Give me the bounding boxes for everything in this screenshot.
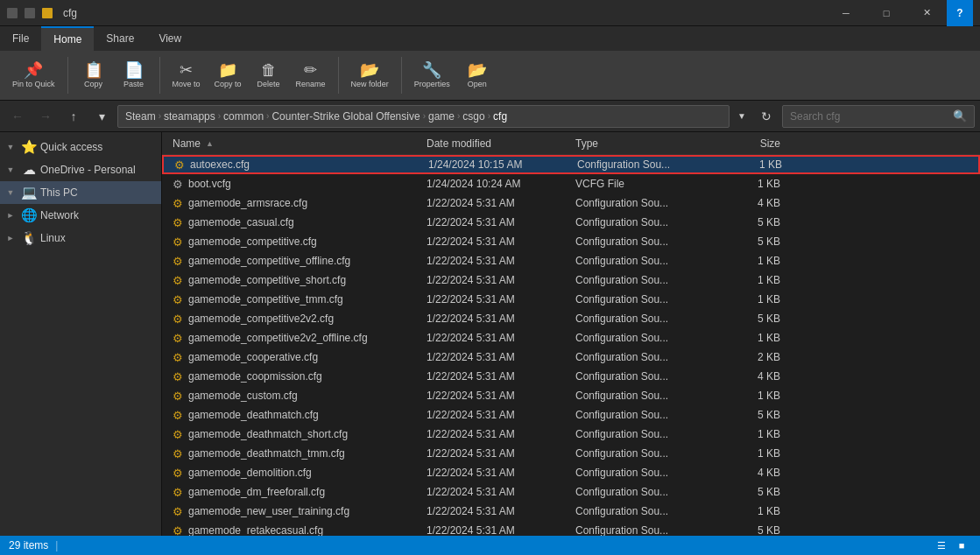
- path-arrow-4: ›: [423, 111, 426, 121]
- status-separator: |: [55, 539, 58, 551]
- file-row[interactable]: ⚙ gamemode_custom.cfg 1/22/2024 5:31 AM …: [162, 386, 980, 405]
- file-row[interactable]: ⚙ gamemode_dm_freeforall.cfg 1/22/2024 5…: [162, 482, 980, 502]
- move-icon: ✂: [180, 62, 193, 78]
- ribbon-separator-4: [401, 57, 402, 94]
- file-row[interactable]: ⚙ gamemode_casual.cfg 1/22/2024 5:31 AM …: [162, 213, 980, 232]
- file-cell-date: 1/22/2024 5:31 AM: [419, 274, 568, 286]
- file-row[interactable]: ⚙ boot.vcfg 1/24/2024 10:24 AM VCFG File…: [162, 174, 980, 193]
- minimize-button[interactable]: ─: [826, 0, 866, 26]
- file-row[interactable]: ⚙ gamemode_deathmatch.cfg 1/22/2024 5:31…: [162, 405, 980, 425]
- file-row[interactable]: ⚙ gamemode_competitive.cfg 1/22/2024 5:3…: [162, 232, 980, 251]
- file-cell-date: 1/22/2024 5:31 AM: [419, 524, 568, 536]
- file-row[interactable]: ⚙ gamemode_competitive2v2.cfg 1/22/2024 …: [162, 309, 980, 328]
- file-cell-name: ⚙ gamemode_competitive2v2_offline.cfg: [166, 332, 419, 345]
- file-name: gamemode_dm_freeforall.cfg: [188, 486, 325, 498]
- file-cell-name: ⚙ gamemode_custom.cfg: [166, 390, 419, 403]
- file-type-icon: ⚙: [173, 255, 183, 268]
- file-type-icon: ⚙: [173, 332, 183, 345]
- path-dropdown-button[interactable]: ▼: [733, 105, 751, 128]
- file-cell-date: 1/22/2024 5:31 AM: [419, 447, 568, 460]
- file-type-icon: ⚙: [173, 178, 183, 191]
- file-row[interactable]: ⚙ gamemode_competitive_tmm.cfg 1/22/2024…: [162, 290, 980, 309]
- recent-locations-button[interactable]: ▾: [89, 104, 114, 129]
- column-date-modified[interactable]: Date modified: [419, 137, 568, 150]
- details-view-button[interactable]: ☰: [932, 536, 951, 555]
- new-folder-btn[interactable]: 📂 New folder: [346, 59, 394, 92]
- file-cell-size: 1 KB: [717, 293, 787, 306]
- file-row[interactable]: ⚙ gamemode_new_user_training.cfg 1/22/20…: [162, 502, 980, 521]
- file-row[interactable]: ⚙ gamemode_demolition.cfg 1/22/2024 5:31…: [162, 463, 980, 482]
- file-name: gamemode_retakecasual.cfg: [188, 524, 323, 536]
- file-cell-size: 4 KB: [717, 370, 787, 383]
- rename-btn[interactable]: ✏ Rename: [291, 59, 331, 92]
- quick-access-label: Quick access: [40, 141, 158, 153]
- column-type[interactable]: Type: [568, 137, 717, 150]
- file-row[interactable]: ⚙ gamemode_deathmatch_tmm.cfg 1/22/2024 …: [162, 444, 980, 463]
- path-arrow-2: ›: [218, 111, 221, 121]
- file-cell-type: Configuration Sou...: [568, 216, 717, 228]
- file-name: gamemode_deathmatch_tmm.cfg: [188, 447, 345, 460]
- file-name: gamemode_competitive.cfg: [188, 235, 317, 248]
- path-csgo-game: Counter-Strike Global Offensive: [271, 110, 419, 123]
- tab-home[interactable]: Home: [41, 26, 94, 51]
- maximize-button[interactable]: □: [866, 0, 906, 26]
- help-button[interactable]: ?: [947, 0, 973, 26]
- file-row[interactable]: ⚙ gamemode_cooperative.cfg 1/22/2024 5:3…: [162, 348, 980, 367]
- tab-view[interactable]: View: [146, 26, 194, 51]
- sidebar-item-network[interactable]: ► 🌐 Network: [0, 204, 161, 227]
- file-row[interactable]: ⚙ gamemode_competitive_short.cfg 1/22/20…: [162, 270, 980, 290]
- search-input[interactable]: [790, 110, 953, 123]
- file-cell-size: 5 KB: [717, 216, 787, 228]
- forward-button[interactable]: →: [33, 104, 58, 129]
- file-cell-name: ⚙ gamemode_cooperative.cfg: [166, 351, 419, 364]
- file-row[interactable]: ⚙ gamemode_competitive_offline.cfg 1/22/…: [162, 251, 980, 270]
- refresh-button[interactable]: ↻: [754, 104, 779, 129]
- copy-to-btn[interactable]: 📁 Copy to: [209, 59, 247, 92]
- column-size[interactable]: Size: [717, 137, 787, 150]
- path-arrow-5: ›: [457, 111, 460, 121]
- network-icon: 🌐: [21, 207, 37, 223]
- quick-access-expand-icon: ▼: [4, 140, 18, 154]
- column-name[interactable]: Name ▲: [166, 137, 419, 150]
- new-folder-icon: 📂: [360, 62, 379, 78]
- file-cell-date: 1/24/2024 10:24 AM: [419, 178, 568, 190]
- sidebar-item-linux[interactable]: ► 🐧 Linux: [0, 227, 161, 249]
- file-type-icon: ⚙: [173, 197, 183, 210]
- file-row[interactable]: ⚙ gamemode_retakecasual.cfg 1/22/2024 5:…: [162, 521, 980, 536]
- sidebar: ▼ ⭐ Quick access ▼ ☁ OneDrive - Personal…: [0, 132, 162, 536]
- delete-btn[interactable]: 🗑 Delete: [250, 59, 287, 92]
- search-box[interactable]: 🔍: [782, 105, 975, 128]
- back-button[interactable]: ←: [5, 104, 30, 129]
- file-row[interactable]: ⚙ gamemode_armsrace.cfg 1/22/2024 5:31 A…: [162, 193, 980, 213]
- file-name: gamemode_casual.cfg: [188, 216, 294, 228]
- move-btn[interactable]: ✂ Move to: [167, 59, 206, 92]
- file-row[interactable]: ⚙ gamemode_competitive2v2_offline.cfg 1/…: [162, 328, 980, 348]
- file-name: gamemode_armsrace.cfg: [188, 197, 307, 209]
- pin-icon: 📌: [24, 62, 43, 78]
- file-cell-name: ⚙ gamemode_deathmatch_short.cfg: [166, 428, 419, 441]
- copy-icon: 📋: [84, 62, 103, 78]
- properties-icon: 🔧: [422, 62, 441, 78]
- open-btn[interactable]: 📂 Open: [459, 59, 496, 92]
- up-button[interactable]: ↑: [61, 104, 86, 129]
- sidebar-item-this-pc[interactable]: ▼ 💻 This PC: [0, 181, 161, 204]
- file-type-icon: ⚙: [173, 274, 183, 287]
- sidebar-item-quick-access[interactable]: ▼ ⭐ Quick access: [0, 136, 161, 158]
- tab-file[interactable]: File: [0, 26, 41, 51]
- pin-label: Pin to Quick: [12, 80, 55, 88]
- large-icons-view-button[interactable]: ■: [952, 536, 971, 555]
- file-row[interactable]: ⚙ autoexec.cfg 1/24/2024 10:15 AM Config…: [162, 155, 980, 174]
- address-path[interactable]: Steam › steamapps › common › Counter-Str…: [117, 105, 730, 128]
- properties-btn[interactable]: 🔧 Properties: [409, 59, 455, 92]
- copy-btn[interactable]: 📋 Copy: [75, 59, 112, 92]
- pin-quick-btn[interactable]: 📌 Pin to Quick: [7, 59, 60, 92]
- path-arrow-1: ›: [159, 111, 161, 121]
- file-cell-date: 1/22/2024 5:31 AM: [419, 235, 568, 248]
- file-row[interactable]: ⚙ gamemode_deathmatch_short.cfg 1/22/202…: [162, 425, 980, 444]
- tab-share[interactable]: Share: [94, 26, 146, 51]
- blank-icon: [25, 8, 35, 18]
- sidebar-item-onedrive[interactable]: ▼ ☁ OneDrive - Personal: [0, 158, 161, 181]
- file-row[interactable]: ⚙ gamemode_coopmission.cfg 1/22/2024 5:3…: [162, 367, 980, 386]
- close-button[interactable]: ✕: [906, 0, 947, 26]
- paste-btn[interactable]: 📄 Paste: [116, 59, 152, 92]
